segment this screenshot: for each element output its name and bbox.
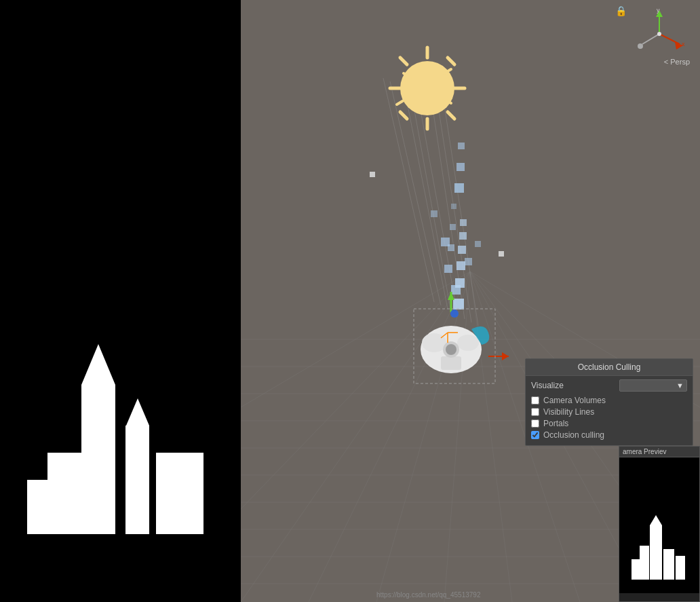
svg-line-42 <box>397 100 404 105</box>
occlusion-title: Occlusion Culling <box>526 359 693 376</box>
svg-rect-54 <box>431 210 438 217</box>
svg-line-12 <box>376 271 470 602</box>
svg-line-26 <box>438 102 471 322</box>
scene-3d-left <box>14 331 227 534</box>
svg-text:x: x <box>682 41 685 48</box>
svg-point-66 <box>457 335 479 351</box>
checkbox-occlusion-culling[interactable]: Occlusion culling <box>531 430 687 440</box>
svg-rect-89 <box>640 546 649 580</box>
checkbox-portals-label: Portals <box>543 419 568 428</box>
svg-rect-43 <box>451 285 461 295</box>
svg-rect-59 <box>459 232 467 240</box>
svg-rect-52 <box>465 258 472 265</box>
left-panel <box>0 0 241 602</box>
svg-point-30 <box>400 61 454 115</box>
svg-rect-56 <box>455 278 465 288</box>
checkbox-camera-volumes-input[interactable] <box>531 396 539 405</box>
svg-line-37 <box>448 58 454 64</box>
shape-right <box>156 453 203 534</box>
svg-rect-76 <box>370 172 375 177</box>
svg-rect-46 <box>450 224 456 230</box>
watermark: https://blog.csdn.net/qq_45513792 <box>376 591 480 599</box>
checkbox-occlusion-culling-label: Occlusion culling <box>543 430 604 440</box>
visualize-dropdown[interactable]: ▼ <box>619 379 687 392</box>
visualize-row: Visualize ▼ <box>531 379 687 392</box>
svg-marker-88 <box>650 515 662 525</box>
persp-label: < Persp <box>664 58 690 66</box>
lock-icon[interactable]: 🔒 <box>615 5 627 16</box>
svg-text:y: y <box>657 7 660 14</box>
svg-line-72 <box>441 333 448 338</box>
svg-line-14 <box>470 271 512 602</box>
checkbox-portals[interactable]: Portals <box>531 419 687 428</box>
svg-point-84 <box>657 32 661 36</box>
checkbox-camera-volumes-label: Camera Volumes <box>543 396 606 405</box>
svg-rect-55 <box>453 299 464 309</box>
svg-line-36 <box>448 112 454 119</box>
svg-line-39 <box>404 73 410 77</box>
svg-rect-90 <box>663 549 674 580</box>
shape-tall-center <box>81 385 115 534</box>
svg-rect-45 <box>448 244 454 251</box>
svg-rect-49 <box>456 163 465 171</box>
svg-rect-47 <box>451 204 456 209</box>
svg-line-40 <box>444 99 451 103</box>
svg-rect-57 <box>456 261 465 270</box>
svg-rect-50 <box>458 143 465 149</box>
camera-preview: amera Previev <box>619 446 700 602</box>
svg-line-41 <box>444 69 451 73</box>
svg-line-20 <box>241 271 470 509</box>
occlusion-body: Visualize ▼ Camera Volumes Visibility Li… <box>526 376 693 445</box>
svg-rect-51 <box>441 238 450 246</box>
svg-point-83 <box>638 43 643 49</box>
svg-line-27 <box>390 81 441 305</box>
checkbox-occlusion-culling-input[interactable] <box>531 431 539 439</box>
camera-preview-scene <box>619 457 699 593</box>
checkbox-visibility-lines-label: Visibility Lines <box>543 407 594 417</box>
dropdown-arrow-icon: ▼ <box>676 381 684 390</box>
svg-line-82 <box>642 34 659 44</box>
visualize-label: Visualize <box>531 381 564 390</box>
svg-line-13 <box>444 271 470 602</box>
shape-mid2 <box>125 426 149 534</box>
svg-rect-58 <box>458 246 466 254</box>
svg-rect-60 <box>460 219 467 226</box>
svg-line-11 <box>309 271 470 602</box>
checkbox-portals-input[interactable] <box>531 419 539 428</box>
svg-line-22 <box>410 88 451 312</box>
svg-point-63 <box>450 309 459 318</box>
svg-rect-91 <box>631 559 640 580</box>
gizmo-widget[interactable]: y x <box>632 7 686 61</box>
svg-point-68 <box>443 341 459 358</box>
svg-point-69 <box>446 344 456 355</box>
svg-line-24 <box>404 85 448 309</box>
svg-point-65 <box>422 333 446 352</box>
checkbox-visibility-lines-input[interactable] <box>531 408 539 416</box>
svg-line-35 <box>400 58 407 64</box>
svg-marker-74 <box>502 352 509 360</box>
checkbox-camera-volumes[interactable]: Camera Volumes <box>531 396 687 405</box>
svg-line-28 <box>444 105 478 326</box>
svg-rect-87 <box>650 525 662 580</box>
svg-rect-75 <box>414 309 495 383</box>
svg-rect-67 <box>441 356 461 370</box>
right-panel[interactable]: y x < Persp 🔒 Occlusion Culling Visualiz… <box>241 0 700 602</box>
svg-line-25 <box>431 95 465 319</box>
svg-point-64 <box>421 326 482 373</box>
svg-line-38 <box>400 112 407 119</box>
svg-line-29 <box>383 78 434 302</box>
checkbox-visibility-lines[interactable]: Visibility Lines <box>531 407 687 417</box>
svg-rect-77 <box>499 251 504 257</box>
svg-rect-53 <box>475 241 481 247</box>
svg-rect-92 <box>676 556 685 580</box>
svg-line-80 <box>659 34 680 44</box>
svg-line-21 <box>241 271 470 407</box>
main-container: y x < Persp 🔒 Occlusion Culling Visualiz… <box>0 0 700 602</box>
occlusion-panel: Occlusion Culling Visualize ▼ Camera Vol… <box>525 358 693 446</box>
camera-preview-title: amera Previev <box>619 447 699 457</box>
svg-marker-62 <box>448 292 454 300</box>
svg-rect-44 <box>444 265 452 273</box>
svg-rect-48 <box>454 183 464 193</box>
svg-line-23 <box>417 92 458 316</box>
svg-line-10 <box>241 271 470 602</box>
